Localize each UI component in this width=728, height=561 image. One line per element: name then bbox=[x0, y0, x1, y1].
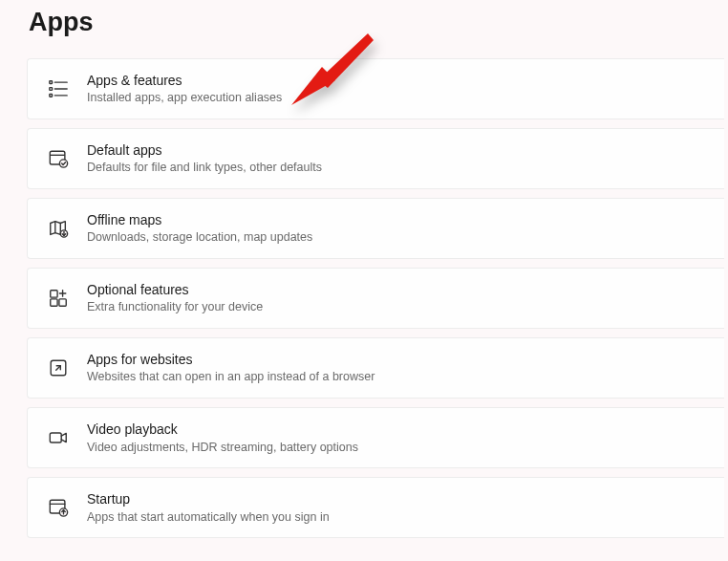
card-subtitle: Downloads, storage location, map updates bbox=[87, 229, 312, 246]
card-subtitle: Defaults for file and link types, other … bbox=[87, 160, 322, 176]
default-apps-item[interactable]: Default apps Defaults for file and link … bbox=[27, 128, 724, 189]
page-title: Apps bbox=[29, 8, 728, 37]
card-text: Optional features Extra functionality fo… bbox=[87, 281, 263, 315]
optional-features-icon bbox=[47, 287, 70, 310]
svg-rect-13 bbox=[51, 299, 57, 306]
svg-rect-0 bbox=[50, 81, 53, 84]
apps-features-icon bbox=[47, 77, 70, 100]
default-apps-icon bbox=[47, 147, 70, 170]
card-text: Apps for websites Websites that can open… bbox=[87, 351, 375, 385]
card-text: Apps & features Installed apps, app exec… bbox=[87, 72, 282, 106]
optional-features-item[interactable]: Optional features Extra functionality fo… bbox=[27, 268, 724, 329]
svg-rect-14 bbox=[59, 299, 66, 306]
card-title: Startup bbox=[87, 490, 330, 507]
svg-rect-2 bbox=[50, 95, 53, 97]
card-title: Video playback bbox=[87, 421, 358, 438]
settings-card-list: Apps & features Installed apps, app exec… bbox=[27, 58, 724, 538]
card-subtitle: Installed apps, app execution aliases bbox=[87, 90, 282, 106]
card-text: Default apps Defaults for file and link … bbox=[87, 141, 322, 176]
card-title: Optional features bbox=[87, 281, 263, 298]
card-subtitle: Video adjustments, HDR streaming, batter… bbox=[87, 440, 358, 456]
apps-settings-page: Apps Apps & features Installed apps, app… bbox=[0, 0, 728, 538]
apps-for-websites-item[interactable]: Apps for websites Websites that can open… bbox=[27, 337, 724, 399]
card-text: Startup Apps that start automatically wh… bbox=[87, 490, 330, 525]
card-title: Apps & features bbox=[87, 72, 282, 89]
video-playback-icon bbox=[47, 426, 70, 449]
svg-rect-12 bbox=[51, 291, 57, 297]
card-text: Offline maps Downloads, storage location… bbox=[87, 211, 312, 246]
apps-websites-icon bbox=[47, 356, 70, 379]
video-playback-item[interactable]: Video playback Video adjustments, HDR st… bbox=[27, 407, 724, 468]
offline-maps-icon bbox=[47, 217, 70, 240]
card-title: Apps for websites bbox=[87, 351, 375, 368]
svg-rect-18 bbox=[50, 433, 61, 442]
card-title: Offline maps bbox=[87, 211, 312, 228]
card-subtitle: Websites that can open in an app instead… bbox=[87, 369, 375, 385]
card-text: Video playback Video adjustments, HDR st… bbox=[87, 421, 358, 455]
startup-icon bbox=[47, 496, 70, 519]
card-title: Default apps bbox=[87, 141, 322, 159]
apps-and-features-item[interactable]: Apps & features Installed apps, app exec… bbox=[27, 58, 724, 119]
offline-maps-item[interactable]: Offline maps Downloads, storage location… bbox=[27, 198, 724, 259]
startup-item[interactable]: Startup Apps that start automatically wh… bbox=[27, 477, 724, 538]
card-subtitle: Apps that start automatically when you s… bbox=[87, 509, 330, 526]
svg-rect-1 bbox=[50, 88, 53, 91]
card-subtitle: Extra functionality for your device bbox=[87, 299, 263, 315]
